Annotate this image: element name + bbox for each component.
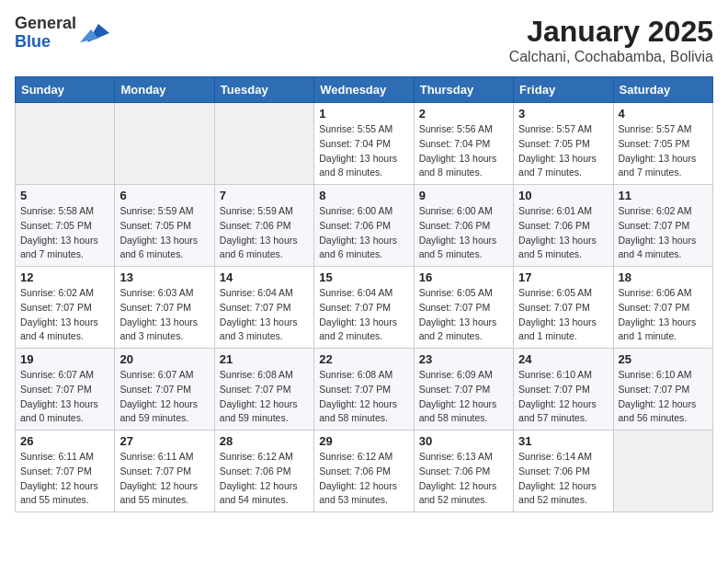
day-info: Sunrise: 6:06 AMSunset: 7:07 PMDaylight:… [619, 286, 708, 344]
day-number: 7 [220, 189, 309, 202]
calendar-table: SundayMondayTuesdayWednesdayThursdayFrid… [15, 76, 713, 512]
day-number: 13 [119, 270, 209, 284]
day-info: Sunrise: 5:59 AMSunset: 7:05 PMDaylight:… [119, 204, 209, 262]
calendar-day-cell: 8Sunrise: 6:00 AMSunset: 7:06 PMDaylight… [314, 185, 414, 267]
day-number: 3 [518, 107, 608, 121]
day-number: 14 [220, 270, 309, 284]
day-info: Sunrise: 6:07 AMSunset: 7:07 PMDaylight:… [20, 368, 109, 426]
weekday-header-friday: Friday [514, 77, 613, 103]
calendar-day-cell: 10Sunrise: 6:01 AMSunset: 7:06 PMDayligh… [514, 185, 613, 267]
day-number: 18 [619, 270, 708, 284]
day-number: 20 [119, 352, 209, 366]
calendar-day-cell: 6Sunrise: 5:59 AMSunset: 7:05 PMDaylight… [115, 185, 214, 267]
day-info: Sunrise: 6:11 AMSunset: 7:07 PMDaylight:… [119, 450, 209, 508]
day-number: 2 [419, 107, 508, 121]
calendar-day-cell: 4Sunrise: 5:57 AMSunset: 7:05 PMDaylight… [613, 103, 712, 185]
day-info: Sunrise: 6:08 AMSunset: 7:07 PMDaylight:… [319, 368, 408, 426]
calendar-day-cell: 25Sunrise: 6:10 AMSunset: 7:07 PMDayligh… [613, 349, 712, 431]
day-info: Sunrise: 5:59 AMSunset: 7:06 PMDaylight:… [220, 204, 309, 262]
calendar-day-cell: 3Sunrise: 5:57 AMSunset: 7:05 PMDaylight… [514, 103, 613, 185]
day-info: Sunrise: 6:08 AMSunset: 7:07 PMDaylight:… [220, 368, 309, 426]
day-info: Sunrise: 6:10 AMSunset: 7:07 PMDaylight:… [619, 368, 708, 426]
logo-blue: Blue [15, 33, 76, 52]
day-number: 23 [419, 352, 508, 366]
day-number: 30 [419, 434, 508, 448]
calendar-day-cell: 23Sunrise: 6:09 AMSunset: 7:07 PMDayligh… [414, 349, 513, 431]
day-number: 6 [119, 189, 209, 202]
calendar-day-cell: 27Sunrise: 6:11 AMSunset: 7:07 PMDayligh… [115, 431, 214, 512]
day-info: Sunrise: 6:07 AMSunset: 7:07 PMDaylight:… [119, 368, 209, 426]
weekday-header-tuesday: Tuesday [214, 77, 313, 103]
calendar-week-row: 1Sunrise: 5:55 AMSunset: 7:04 PMDaylight… [16, 103, 713, 185]
calendar-day-cell: 24Sunrise: 6:10 AMSunset: 7:07 PMDayligh… [514, 349, 613, 431]
day-number: 31 [518, 434, 608, 448]
calendar-week-row: 26Sunrise: 6:11 AMSunset: 7:07 PMDayligh… [16, 431, 713, 512]
calendar-week-row: 5Sunrise: 5:58 AMSunset: 7:05 PMDaylight… [16, 185, 713, 267]
weekday-header-thursday: Thursday [414, 77, 513, 103]
calendar-week-row: 19Sunrise: 6:07 AMSunset: 7:07 PMDayligh… [16, 349, 713, 431]
page-header: General Blue January 2025 Calchani, Coch… [15, 15, 713, 65]
day-number: 1 [319, 107, 408, 121]
day-number: 12 [20, 270, 109, 284]
calendar-week-row: 12Sunrise: 6:02 AMSunset: 7:07 PMDayligh… [16, 267, 713, 349]
weekday-header-wednesday: Wednesday [314, 77, 414, 103]
day-number: 4 [619, 107, 708, 121]
weekday-header-row: SundayMondayTuesdayWednesdayThursdayFrid… [16, 77, 713, 103]
day-info: Sunrise: 6:00 AMSunset: 7:06 PMDaylight:… [319, 204, 408, 262]
day-number: 9 [419, 189, 508, 202]
day-number: 11 [619, 189, 708, 202]
day-info: Sunrise: 5:56 AMSunset: 7:04 PMDaylight:… [419, 122, 508, 180]
weekday-header-saturday: Saturday [613, 77, 712, 103]
calendar-day-cell: 21Sunrise: 6:08 AMSunset: 7:07 PMDayligh… [214, 349, 313, 431]
calendar-day-cell [16, 103, 115, 185]
logo-icon [80, 20, 109, 46]
calendar-day-cell: 1Sunrise: 5:55 AMSunset: 7:04 PMDaylight… [314, 103, 414, 185]
day-info: Sunrise: 6:04 AMSunset: 7:07 PMDaylight:… [319, 286, 408, 344]
day-info: Sunrise: 6:03 AMSunset: 7:07 PMDaylight:… [119, 286, 209, 344]
day-info: Sunrise: 6:02 AMSunset: 7:07 PMDaylight:… [20, 286, 109, 344]
calendar-day-cell: 29Sunrise: 6:12 AMSunset: 7:06 PMDayligh… [314, 431, 414, 512]
calendar-day-cell: 9Sunrise: 6:00 AMSunset: 7:06 PMDaylight… [414, 185, 513, 267]
calendar-day-cell [613, 431, 712, 512]
day-number: 16 [419, 270, 508, 284]
day-number: 8 [319, 189, 408, 202]
day-number: 15 [319, 270, 408, 284]
calendar-day-cell [115, 103, 214, 185]
logo-general: General [15, 15, 76, 33]
day-info: Sunrise: 6:12 AMSunset: 7:06 PMDaylight:… [319, 450, 408, 508]
day-number: 19 [20, 352, 109, 366]
calendar-day-cell: 22Sunrise: 6:08 AMSunset: 7:07 PMDayligh… [314, 349, 414, 431]
day-info: Sunrise: 6:14 AMSunset: 7:06 PMDaylight:… [518, 450, 608, 508]
month-year: January 2025 [509, 15, 713, 49]
day-info: Sunrise: 6:10 AMSunset: 7:07 PMDaylight:… [518, 368, 608, 426]
day-number: 25 [619, 352, 708, 366]
calendar-day-cell: 20Sunrise: 6:07 AMSunset: 7:07 PMDayligh… [115, 349, 214, 431]
calendar-day-cell: 13Sunrise: 6:03 AMSunset: 7:07 PMDayligh… [115, 267, 214, 349]
day-info: Sunrise: 6:00 AMSunset: 7:06 PMDaylight:… [419, 204, 508, 262]
calendar-day-cell: 18Sunrise: 6:06 AMSunset: 7:07 PMDayligh… [613, 267, 712, 349]
calendar-day-cell: 31Sunrise: 6:14 AMSunset: 7:06 PMDayligh… [514, 431, 613, 512]
calendar-day-cell: 14Sunrise: 6:04 AMSunset: 7:07 PMDayligh… [214, 267, 313, 349]
weekday-header-sunday: Sunday [16, 77, 115, 103]
calendar-day-cell: 16Sunrise: 6:05 AMSunset: 7:07 PMDayligh… [414, 267, 513, 349]
weekday-header-monday: Monday [115, 77, 214, 103]
calendar-day-cell: 11Sunrise: 6:02 AMSunset: 7:07 PMDayligh… [613, 185, 712, 267]
day-info: Sunrise: 6:05 AMSunset: 7:07 PMDaylight:… [518, 286, 608, 344]
calendar-day-cell: 19Sunrise: 6:07 AMSunset: 7:07 PMDayligh… [16, 349, 115, 431]
day-number: 17 [518, 270, 608, 284]
day-info: Sunrise: 6:11 AMSunset: 7:07 PMDaylight:… [20, 450, 109, 508]
calendar-day-cell: 28Sunrise: 6:12 AMSunset: 7:06 PMDayligh… [214, 431, 313, 512]
day-info: Sunrise: 5:57 AMSunset: 7:05 PMDaylight:… [619, 122, 708, 180]
title-block: January 2025 Calchani, Cochabamba, Boliv… [509, 15, 713, 65]
day-number: 29 [319, 434, 408, 448]
calendar-day-cell: 2Sunrise: 5:56 AMSunset: 7:04 PMDaylight… [414, 103, 513, 185]
day-info: Sunrise: 5:57 AMSunset: 7:05 PMDaylight:… [518, 122, 608, 180]
day-info: Sunrise: 6:02 AMSunset: 7:07 PMDaylight:… [619, 204, 708, 262]
calendar-day-cell [214, 103, 313, 185]
calendar-day-cell: 17Sunrise: 6:05 AMSunset: 7:07 PMDayligh… [514, 267, 613, 349]
day-info: Sunrise: 6:05 AMSunset: 7:07 PMDaylight:… [419, 286, 508, 344]
day-number: 26 [20, 434, 109, 448]
day-number: 24 [518, 352, 608, 366]
calendar-day-cell: 5Sunrise: 5:58 AMSunset: 7:05 PMDaylight… [16, 185, 115, 267]
day-info: Sunrise: 6:12 AMSunset: 7:06 PMDaylight:… [220, 450, 309, 508]
